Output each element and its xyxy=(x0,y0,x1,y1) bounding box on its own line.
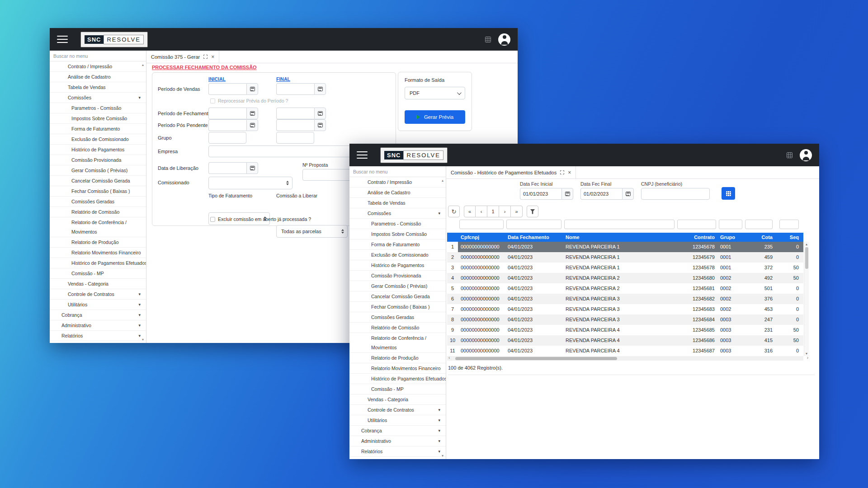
table-row[interactable]: 5 00000000000000 04/01/2023 REVENDA PARC… xyxy=(447,283,803,294)
column-filter-input[interactable] xyxy=(677,220,716,229)
sidebar-menu-item[interactable]: Gerar Comissão ( Prévias) xyxy=(349,281,446,291)
tab-historico-pagamentos[interactable]: Comissão - Histórico de Pagamentos Efetu… xyxy=(446,166,576,178)
sidebar-menu-item[interactable]: Comissão Provisionada xyxy=(349,271,446,281)
next-page-button[interactable]: › xyxy=(499,206,511,217)
column-header[interactable]: Cota xyxy=(744,233,778,242)
sidebar-menu-item[interactable]: Cobrança xyxy=(50,310,146,320)
sidebar-menu-item[interactable]: Histórico de Pagamentos Efetuados xyxy=(50,258,146,268)
sidebar-menu-item[interactable]: Relatorio Movimentos Financeiro xyxy=(50,248,146,258)
calendar-icon[interactable] xyxy=(246,108,258,119)
column-filter-input[interactable] xyxy=(779,220,799,229)
sidebar-menu-item[interactable]: Tabela de Vendas xyxy=(50,82,146,93)
vertical-scrollbar-thumb[interactable] xyxy=(805,247,808,269)
sidebar-menu-item[interactable]: Histórico de Pagamentos xyxy=(349,260,446,271)
sidebar-search-input[interactable] xyxy=(53,53,130,59)
sidebar-menu-item[interactable]: Relatorio de Produção xyxy=(349,353,446,363)
sidebar-menu-item[interactable]: Utilitários xyxy=(349,415,446,426)
sidebar-menu-item[interactable]: Relatórios xyxy=(50,331,146,341)
sidebar-menu-item[interactable]: Comissões Geradas xyxy=(50,197,146,207)
apps-grid-icon[interactable] xyxy=(485,37,491,42)
sidebar-menu-item[interactable]: Vendas - Categoria xyxy=(50,279,146,289)
formato-saida-select[interactable]: PDF xyxy=(405,87,465,99)
sidebar-menu-item[interactable]: Comissão - MP xyxy=(349,384,446,394)
sidebar-search-input[interactable] xyxy=(353,169,430,174)
sidebar-scroll-up-icon[interactable] xyxy=(440,178,445,183)
tab-gerar-comissao[interactable]: Comissão 375 - Gerar xyxy=(146,51,219,63)
sidebar-menu-item[interactable]: Histórico de Pagamentos xyxy=(50,145,146,155)
calendar-icon[interactable] xyxy=(561,188,573,200)
periodo-vendas-inicial-input[interactable] xyxy=(208,83,246,95)
calendar-icon[interactable] xyxy=(314,108,326,119)
close-tab-icon[interactable] xyxy=(568,170,571,175)
sidebar-menu-item[interactable]: Cancelar Comissão Gerada xyxy=(349,291,446,302)
sidebar-menu-item[interactable]: Fechar Comissão ( Baixas ) xyxy=(349,302,446,312)
vertical-scrollbar[interactable] xyxy=(804,242,809,356)
horizontal-scrollbar[interactable] xyxy=(447,356,803,361)
table-row[interactable]: 2 00000000000000 04/01/2023 REVENDA PARC… xyxy=(447,252,803,263)
sidebar-menu-item[interactable]: Forma de Faturamento xyxy=(50,124,146,134)
sidebar-menu-item[interactable]: Relatórios xyxy=(349,446,446,457)
hamburger-menu-icon[interactable] xyxy=(57,33,69,45)
sidebar-menu-item[interactable]: Relatorio de Conferência / Movimentos xyxy=(349,333,446,353)
column-filter-input[interactable] xyxy=(745,220,773,229)
sidebar-menu-item[interactable]: Relatorio de Conferência / Movimentos xyxy=(50,217,146,237)
sidebar-menu-item[interactable]: Exclusão de Comissionado xyxy=(50,134,146,145)
sidebar-scroll-down-icon[interactable] xyxy=(440,454,445,458)
user-avatar[interactable] xyxy=(800,149,812,161)
sidebar-menu-item[interactable]: Relatório de Comissão xyxy=(349,323,446,333)
sidebar-menu-item[interactable]: Parametros - Comissão xyxy=(50,103,146,113)
data-fec-inicial-input[interactable] xyxy=(520,188,561,200)
coluna-final-link[interactable]: FINAL xyxy=(276,76,290,82)
sidebar-menu-item[interactable]: Gerar Comissão ( Prévias) xyxy=(50,165,146,176)
sidebar-menu-item[interactable]: Administrativo xyxy=(50,320,146,331)
column-header[interactable]: Seq xyxy=(778,233,803,242)
excluir-checkbox[interactable] xyxy=(210,217,215,222)
calendar-icon[interactable] xyxy=(314,83,326,95)
data-liberacao-input[interactable] xyxy=(208,162,246,174)
comissionado-select[interactable] xyxy=(208,177,292,189)
sidebar-menu-item[interactable]: Relatorio Movimentos Financeiro xyxy=(349,363,446,374)
apps-grid-icon[interactable] xyxy=(787,152,793,158)
table-row[interactable]: 1 00000000000000 04/01/2023 REVENDA PARC… xyxy=(447,242,803,252)
sidebar-menu-item[interactable]: Utilitários xyxy=(50,300,146,310)
calendar-icon[interactable] xyxy=(622,188,634,200)
sidebar-menu-item[interactable]: Fechar Comissão ( Baixas ) xyxy=(50,186,146,197)
sidebar-menu-item[interactable]: Análise de Cadastro xyxy=(349,188,446,198)
comissao-liberar-select[interactable]: Todas as parcelas xyxy=(276,225,348,238)
sidebar-menu-item[interactable]: Contrato / Impressão xyxy=(349,177,446,188)
grupo-final-input[interactable] xyxy=(276,132,314,144)
table-row[interactable]: 4 00000000000000 04/01/2023 REVENDA PARC… xyxy=(447,273,803,283)
sidebar-menu-item[interactable]: Relatorio de Produção xyxy=(50,237,146,248)
grupo-inicial-input[interactable] xyxy=(208,132,246,144)
processar-fechamento-link[interactable]: PROCESSAR FECHAMENTO DA COMISSÃO xyxy=(152,65,257,70)
calendar-icon[interactable] xyxy=(246,162,258,174)
calendar-icon[interactable] xyxy=(246,83,258,95)
calendar-icon[interactable] xyxy=(314,119,326,131)
periodo-fechamento-final-input[interactable] xyxy=(276,108,314,119)
data-fec-final-input[interactable] xyxy=(580,188,622,200)
column-filter-input[interactable] xyxy=(719,220,742,229)
table-row[interactable]: 8 00000000000000 04/01/2023 REVENDA PARC… xyxy=(447,314,803,325)
gerar-previa-button[interactable]: Gerar Prévia xyxy=(405,110,465,124)
sidebar-menu-item[interactable]: Forma de Faturamento xyxy=(349,239,446,250)
sidebar-menu-item[interactable]: Comissão - MP xyxy=(50,268,146,279)
first-page-button[interactable]: « xyxy=(464,206,476,217)
table-row[interactable]: 11 00000000000000 04/01/2023 REVENDA PAR… xyxy=(447,346,803,356)
user-avatar[interactable] xyxy=(498,33,510,46)
table-row[interactable]: 7 00000000000000 04/01/2023 REVENDA PARC… xyxy=(447,304,803,314)
sidebar-menu-item[interactable]: Comissões Geradas xyxy=(349,312,446,323)
periodo-pos-inicial-input[interactable] xyxy=(208,119,246,131)
sidebar-menu-item[interactable]: Tabela de Vendas xyxy=(349,198,446,208)
expand-tab-icon[interactable] xyxy=(203,55,208,59)
sidebar-menu-item[interactable]: Comissões xyxy=(50,93,146,103)
refresh-button[interactable] xyxy=(448,206,460,217)
sidebar-menu-item[interactable]: Cancelar Comissão Gerada xyxy=(50,176,146,186)
sidebar-menu-item[interactable]: Cobrança xyxy=(349,426,446,436)
periodo-vendas-final-input[interactable] xyxy=(276,83,314,95)
filter-button[interactable] xyxy=(527,206,538,217)
column-header[interactable]: Nome xyxy=(563,233,676,242)
sidebar-menu-item[interactable]: Exclusão de Comissionado xyxy=(349,250,446,260)
table-row[interactable]: 6 00000000000000 04/01/2023 REVENDA PARC… xyxy=(447,294,803,304)
sidebar-menu-item[interactable]: Parametros - Comissão xyxy=(349,219,446,229)
sidebar-menu-item[interactable]: Histórico de Pagamentos Efetuados xyxy=(349,374,446,384)
